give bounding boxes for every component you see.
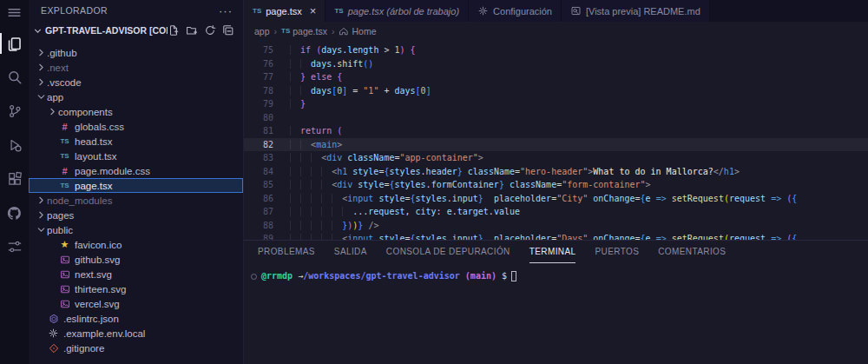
tab-label: page.tsx	[266, 6, 302, 17]
tree-file-thirteen-svg[interactable]: thirteen.svg	[29, 281, 243, 296]
refresh-icon[interactable]	[204, 24, 216, 36]
preview-icon	[570, 5, 582, 17]
breadcrumb-item[interactable]: app	[254, 26, 270, 36]
code-line[interactable]: 81 return (	[244, 124, 868, 138]
tree-file-layout-tsx[interactable]: TSlayout.tsx	[29, 149, 243, 163]
tree-file--example-env-local[interactable]: .example.env.local	[29, 326, 243, 341]
panel-tab-comentarios[interactable]: COMENTARIOS	[658, 241, 726, 263]
activity-item-extensions[interactable]	[0, 168, 29, 190]
activity-item-explorer[interactable]	[0, 32, 29, 55]
panel-tab-problemas[interactable]: PROBLEMAS	[258, 241, 315, 263]
close-icon[interactable]: ×	[310, 5, 317, 17]
activity-item-source-control[interactable]	[0, 100, 29, 122]
tree-file-vercel-svg[interactable]: vercel.svg	[29, 296, 243, 311]
tree-folder-pages[interactable]: pages	[29, 208, 243, 222]
code-line[interactable]: 78 days[0] = "1" + days[0]	[244, 84, 868, 98]
code-line[interactable]: 75 if (days.length > 1) {	[244, 43, 868, 57]
code-text: } else {	[282, 70, 342, 84]
panel-tab-terminal[interactable]: TERMINAL	[529, 241, 576, 263]
code-line[interactable]: 88 }))} />	[244, 219, 868, 233]
panel-tab-consola-de-depuraci-n[interactable]: CONSOLA DE DEPURACIÓN	[386, 241, 510, 263]
tree-item-label: node_modules	[47, 195, 112, 206]
line-number: 86	[244, 192, 282, 206]
code-line[interactable]: 86 <input style={styles.input} placehold…	[244, 192, 868, 206]
editor-tab[interactable]: TSpage.tsx×	[244, 0, 326, 22]
tree-folder--vscode[interactable]: .vscode	[29, 75, 243, 89]
tree-file-page-module-css[interactable]: #page.module.css	[29, 163, 243, 178]
line-number: 87	[244, 205, 282, 219]
tree-file-favicon-ico[interactable]: ★favicon.ico	[29, 237, 243, 252]
code-line[interactable]: 85 <div style={styles.formContainer} cla…	[244, 178, 868, 192]
breadcrumb-item[interactable]: TSpage.tsx	[281, 26, 327, 36]
chevron-down-icon	[35, 224, 47, 235]
tree-folder-node-modules[interactable]: node_modules	[29, 193, 243, 208]
section-actions	[168, 24, 238, 36]
code-line[interactable]: 77 } else {	[244, 70, 868, 84]
code-text: return (	[282, 124, 342, 138]
code-text: <div className="app-container">	[282, 151, 483, 165]
tree-file-head-tsx[interactable]: TShead.tsx	[29, 134, 243, 149]
svg-image-icon	[58, 269, 71, 280]
more-actions-icon[interactable]: ···	[219, 4, 233, 17]
editor-tab[interactable]: [Vista previa] README.md	[562, 0, 710, 22]
line-number: 85	[244, 178, 282, 192]
gear-icon	[47, 328, 60, 339]
code-line[interactable]: 87 ...request, city: e.target.value	[244, 205, 868, 219]
new-file-icon[interactable]	[168, 24, 180, 36]
activity-item-search[interactable]	[0, 66, 29, 89]
code-line[interactable]: 84 <h1 style={styles.header} className="…	[244, 165, 868, 179]
tree-file-next-svg[interactable]: next.svg	[29, 267, 243, 281]
panel-tab-salida[interactable]: SALIDA	[334, 241, 367, 263]
code-line[interactable]: 79 }	[244, 97, 868, 111]
code-line[interactable]: 83 <div className="app-container">	[244, 151, 868, 165]
line-number: 79	[244, 97, 282, 111]
code-line[interactable]: 76 days.shift()	[244, 57, 868, 71]
editor-tab[interactable]: TSpage.tsx (árbol de trabajo)	[326, 0, 469, 22]
chevron-right-icon	[35, 62, 47, 73]
terminal-prompt-line: @rrmdp →/workspaces/gpt-travel-advisor (…	[251, 271, 868, 281]
terminal-prompt: @rrmdp →/workspaces/gpt-travel-advisor (…	[261, 271, 516, 281]
collapse-all-icon[interactable]	[222, 24, 234, 36]
code-line[interactable]: 89 <input style={styles.input} placehold…	[244, 232, 868, 240]
activity-item-run-debug[interactable]	[0, 134, 29, 156]
activity-item-github[interactable]	[0, 202, 29, 224]
favicon-star-icon: ★	[58, 239, 71, 250]
chevron-down-icon	[35, 91, 47, 103]
typescript-icon: TS	[58, 137, 71, 145]
tree-file-page-tsx[interactable]: TSpage.tsx	[29, 178, 243, 193]
tree-item-label: public	[47, 225, 73, 235]
tree-file-github-svg[interactable]: github.svg	[29, 252, 243, 267]
tab-label: [Vista previa] README.md	[586, 6, 700, 17]
panel-tab-puertos[interactable]: PUERTOS	[595, 241, 639, 263]
source-control-icon	[7, 103, 23, 119]
code-line[interactable]: 82 <main>	[244, 138, 868, 152]
tree-item-label: thirteen.svg	[75, 284, 126, 295]
tree-file-globals-css[interactable]: #globals.css	[29, 119, 243, 134]
breadcrumb-item[interactable]: Home	[339, 26, 376, 36]
tree-folder-components[interactable]: components	[29, 104, 243, 119]
line-number: 81	[244, 124, 282, 138]
code-text	[282, 111, 290, 125]
tree-folder--next[interactable]: .next	[29, 60, 243, 75]
github-icon	[6, 205, 23, 222]
terminal-dollar: $	[502, 271, 507, 281]
activity-item-tune[interactable]	[0, 235, 29, 258]
tree-folder--github[interactable]: .github	[29, 45, 243, 60]
terminal-user: @rrmdp	[261, 271, 293, 281]
tree-folder-public[interactable]: public	[29, 222, 243, 237]
tree-file--eslintrc-json[interactable]: .eslintrc.json	[29, 311, 243, 326]
tree-item-label: vercel.svg	[75, 299, 120, 309]
activity-bar	[0, 0, 29, 364]
tree-file--gitignore[interactable]: .gitignore	[29, 341, 243, 355]
line-number: 75	[244, 43, 282, 57]
code-line[interactable]: 80	[244, 111, 868, 125]
terminal[interactable]: @rrmdp →/workspaces/gpt-travel-advisor (…	[244, 263, 868, 364]
new-folder-icon[interactable]	[186, 24, 198, 36]
editor-tab[interactable]: Configuración	[469, 0, 562, 22]
activity-item-menu[interactable]	[0, 3, 29, 21]
project-section-header[interactable]: GPT-TRAVEL-ADVISOR [CODESP...	[29, 21, 243, 40]
extensions-icon	[7, 171, 23, 187]
tree-folder-app[interactable]: app	[29, 89, 243, 104]
code-editor[interactable]: 75 if (days.length > 1) {76 days.shift()…	[244, 40, 868, 240]
tree-item-label: globals.css	[75, 122, 124, 132]
